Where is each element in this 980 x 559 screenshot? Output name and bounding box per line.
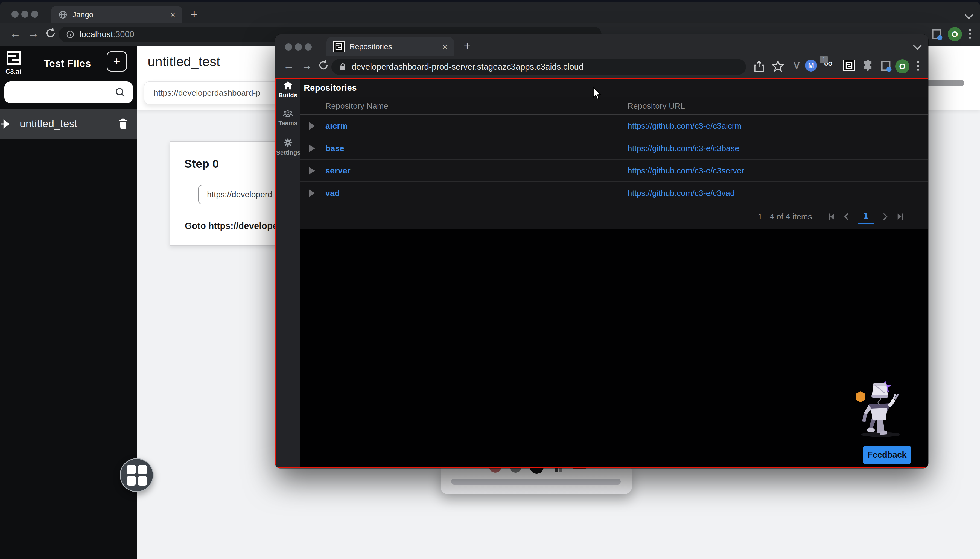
repo-name-link[interactable]: base bbox=[325, 144, 345, 153]
app-tabbar: Repositories bbox=[300, 79, 928, 97]
repo-url-link[interactable]: https://github.com/c3-e/c3vad bbox=[628, 189, 735, 198]
puzzle-extensions-icon[interactable] bbox=[861, 60, 873, 71]
robot-illustration bbox=[856, 378, 905, 439]
feedback-button[interactable]: Feedback bbox=[863, 446, 911, 464]
tab-title: Jango bbox=[73, 10, 93, 19]
table-row[interactable]: base https://github.com/c3-e/c3base bbox=[300, 137, 928, 160]
tab-repositories[interactable]: Repositories × bbox=[327, 37, 454, 56]
window-extension-icon[interactable] bbox=[880, 60, 892, 72]
expand-caret-icon[interactable] bbox=[309, 144, 315, 152]
sidebar-item-settings[interactable]: Settings bbox=[276, 138, 300, 156]
test-files-sidebar: C3.ai Test Files + untitled_test bbox=[0, 46, 137, 559]
app-side-nav: Builds Teams bbox=[276, 79, 300, 467]
overlay-toolbar: ← → developerdashboard-prod-server.stage… bbox=[275, 56, 928, 78]
search-icon bbox=[114, 86, 126, 98]
close-window-icon[interactable] bbox=[285, 43, 292, 51]
step-caption: Goto https://develope bbox=[185, 221, 277, 231]
tab-close-icon[interactable]: × bbox=[170, 10, 175, 19]
overlay-titlebar: Repositories × + bbox=[275, 35, 928, 56]
gear-icon bbox=[283, 138, 293, 147]
table-row[interactable]: aicrm https://github.com/c3-e/c3aicrm bbox=[300, 115, 928, 137]
tab-close-icon[interactable]: × bbox=[442, 42, 447, 51]
lock-icon[interactable] bbox=[338, 63, 347, 71]
tab-jango[interactable]: Jango × bbox=[51, 6, 182, 23]
extension-m-icon[interactable]: M bbox=[805, 60, 817, 71]
zoom-window-icon[interactable] bbox=[31, 11, 38, 18]
repo-url-link[interactable]: https://github.com/c3-e/c3server bbox=[628, 166, 744, 175]
c3-extension-icon[interactable] bbox=[843, 60, 855, 71]
next-page-icon[interactable] bbox=[881, 213, 889, 221]
column-repository-name: Repository Name bbox=[325, 102, 388, 111]
repositories-table: Repository Name Repository URL aicrm htt… bbox=[300, 97, 928, 229]
home-icon bbox=[283, 81, 293, 90]
sidebar-search-input[interactable] bbox=[4, 81, 133, 103]
add-test-file-button[interactable]: + bbox=[107, 51, 127, 71]
share-icon[interactable] bbox=[753, 60, 765, 73]
delete-file-icon[interactable] bbox=[118, 118, 129, 129]
sidebar-item-teams[interactable]: Teams bbox=[276, 109, 300, 127]
developer-dashboard-app: Builds Teams bbox=[275, 78, 928, 468]
expand-caret-icon[interactable] bbox=[309, 167, 315, 175]
minimize-window-icon[interactable] bbox=[22, 11, 28, 18]
page-number[interactable]: 1 bbox=[858, 209, 874, 224]
app-content: Repositories Repository Name Repository … bbox=[300, 79, 928, 467]
window-controls[interactable] bbox=[285, 43, 312, 51]
grid-menu-button[interactable] bbox=[120, 458, 154, 492]
chevron-down-icon[interactable] bbox=[913, 41, 922, 50]
table-header: Repository Name Repository URL bbox=[300, 97, 928, 115]
bookmark-star-icon[interactable] bbox=[772, 60, 784, 73]
grid-icon bbox=[127, 465, 147, 486]
profile-avatar[interactable]: O bbox=[895, 59, 909, 73]
new-tab-button[interactable]: + bbox=[464, 40, 471, 52]
expand-caret-icon[interactable] bbox=[309, 189, 315, 197]
pagination: 1 - 4 of 4 items 1 bbox=[300, 204, 928, 229]
forward-icon[interactable]: → bbox=[301, 60, 312, 71]
repo-url-link[interactable]: https://github.com/c3-e/c3base bbox=[628, 144, 740, 153]
expand-caret-icon[interactable] bbox=[309, 122, 315, 130]
c3-favicon-icon bbox=[333, 41, 345, 53]
forward-icon[interactable]: → bbox=[28, 28, 39, 39]
info-icon[interactable] bbox=[66, 30, 75, 39]
prev-page-icon[interactable] bbox=[843, 213, 851, 221]
c3ai-logo-text: C3.ai bbox=[5, 68, 21, 75]
window-controls[interactable] bbox=[12, 11, 38, 18]
first-page-icon[interactable] bbox=[827, 213, 836, 221]
browser-menu-icon[interactable] bbox=[969, 29, 971, 38]
tab-repositories[interactable]: Repositories bbox=[300, 79, 361, 97]
repo-name-link[interactable]: vad bbox=[325, 189, 340, 198]
chevron-down-icon[interactable] bbox=[964, 11, 973, 19]
sidebar-item-builds[interactable]: Builds bbox=[276, 81, 300, 99]
page-skeleton-bar bbox=[927, 80, 964, 86]
pagination-summary: 1 - 4 of 4 items bbox=[758, 212, 812, 221]
sidebar-title: Test Files bbox=[44, 58, 91, 69]
reload-icon[interactable] bbox=[318, 60, 329, 71]
recorder-scrubber[interactable] bbox=[451, 479, 621, 485]
reload-icon[interactable] bbox=[45, 27, 56, 39]
tab-title: Repositories bbox=[350, 42, 392, 51]
browser-menu-icon[interactable] bbox=[917, 61, 919, 71]
table-row[interactable]: vad https://github.com/c3-e/c3vad bbox=[300, 182, 928, 204]
repo-url-link[interactable]: https://github.com/c3-e/c3aicrm bbox=[628, 121, 741, 131]
c3ai-logo bbox=[7, 51, 22, 68]
table-row[interactable]: server https://github.com/c3-e/c3server bbox=[300, 160, 928, 182]
back-icon[interactable]: ← bbox=[10, 28, 21, 39]
file-list-item[interactable]: untitled_test bbox=[0, 109, 137, 139]
column-repository-url: Repository URL bbox=[628, 102, 685, 111]
ublock-badge: 1 bbox=[820, 56, 828, 63]
profile-avatar[interactable]: O bbox=[948, 27, 962, 41]
back-icon[interactable]: ← bbox=[283, 60, 294, 71]
zoom-window-icon[interactable] bbox=[305, 43, 312, 51]
minimize-window-icon[interactable] bbox=[295, 43, 302, 51]
last-page-icon[interactable] bbox=[896, 213, 904, 221]
url-text: developerdashboard-prod-server.stageazc3… bbox=[352, 62, 584, 72]
overlay-address-bar[interactable]: developerdashboard-prod-server.stageazc3… bbox=[332, 59, 746, 75]
globe-favicon-icon bbox=[58, 10, 68, 20]
new-tab-button[interactable]: + bbox=[191, 8, 198, 20]
close-window-icon[interactable] bbox=[12, 11, 18, 18]
repo-name-link[interactable]: aicrm bbox=[325, 121, 348, 131]
window-extension-icon[interactable] bbox=[931, 28, 944, 40]
extension-v-icon[interactable]: V bbox=[794, 60, 800, 71]
repo-name-link[interactable]: server bbox=[325, 166, 350, 175]
file-caret-icon bbox=[0, 118, 10, 129]
step-title: Step 0 bbox=[184, 157, 219, 170]
